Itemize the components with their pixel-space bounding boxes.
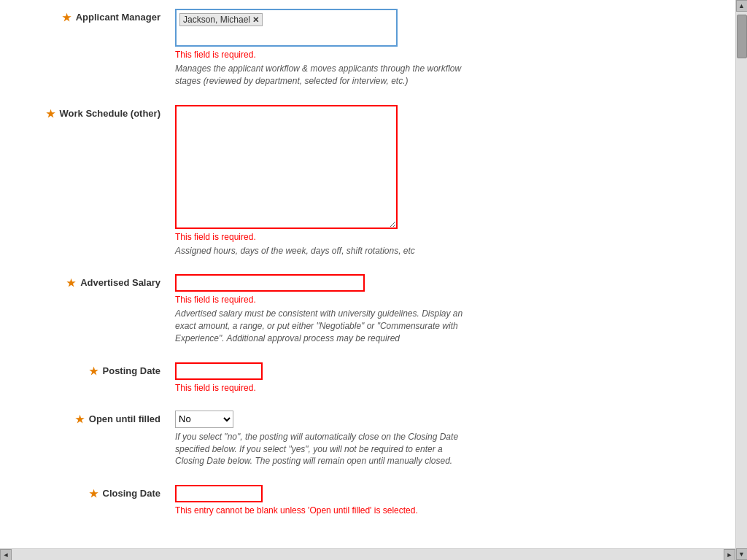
open-until-filled-label-cell: ★ Open until filled <box>15 411 175 425</box>
closing-date-label-cell: ★ Closing Date <box>15 485 175 499</box>
closing-date-row: ★ Closing Date This entry cannot be blan… <box>0 476 724 524</box>
advertised-salary-hint: Advertised salary must be consistent wit… <box>175 308 467 344</box>
advertised-salary-label: Advertised Salary <box>80 277 160 288</box>
posting-date-input[interactable] <box>175 362 263 380</box>
posting-date-row: ★ Posting Date This field is required. <box>0 354 724 402</box>
applicant-manager-input-box[interactable]: Jackson, Michael ✕ <box>175 9 398 47</box>
applicant-manager-error: This field is required. <box>175 50 709 60</box>
applicant-manager-label-cell: ★ Applicant Manager <box>15 9 175 23</box>
closing-date-input[interactable] <box>175 485 263 502</box>
work-schedule-error: This field is required. <box>175 232 709 242</box>
applicant-manager-hint: Manages the applicant workflow & moves a… <box>175 63 467 88</box>
open-until-filled-field-cell: No Yes If you select "no", the posting w… <box>175 411 709 467</box>
open-until-filled-hint: If you select "no", the posting will aut… <box>175 431 467 467</box>
scroll-down-arrow[interactable]: ▼ <box>736 548 748 560</box>
posting-date-label-cell: ★ Posting Date <box>15 362 175 377</box>
required-star-closing-date: ★ <box>89 488 98 499</box>
horizontal-scrollbar[interactable]: ◄ ► <box>0 548 735 560</box>
applicant-manager-tag-remove[interactable]: ✕ <box>252 15 259 25</box>
work-schedule-label: Work Schedule (other) <box>60 108 160 119</box>
open-until-filled-label: Open until filled <box>89 413 160 424</box>
scroll-up-arrow[interactable]: ▲ <box>736 0 748 12</box>
applicant-manager-label: Applicant Manager <box>76 12 160 23</box>
scroll-thumb[interactable] <box>737 15 747 58</box>
applicant-manager-text-input[interactable] <box>266 13 393 28</box>
applicant-manager-field-cell: Jackson, Michael ✕ This field is require… <box>175 9 709 88</box>
work-schedule-label-cell: ★ Work Schedule (other) <box>15 105 175 120</box>
scroll-left-arrow[interactable]: ◄ <box>0 549 12 561</box>
posting-date-error: This field is required. <box>175 383 709 393</box>
advertised-salary-error: This field is required. <box>175 295 709 305</box>
applicant-manager-tag-text: Jackson, Michael <box>183 15 250 25</box>
applicant-manager-tag: Jackson, Michael ✕ <box>179 13 263 26</box>
advertised-salary-input[interactable] <box>175 274 365 292</box>
work-schedule-hint: Assigned hours, days of the week, days o… <box>175 245 467 257</box>
required-star-posting-date: ★ <box>89 365 98 377</box>
vertical-scrollbar[interactable]: ▲ ▼ <box>735 0 747 560</box>
advertised-salary-field-cell: This field is required. Advertised salar… <box>175 274 709 344</box>
applicant-manager-row: ★ Applicant Manager Jackson, Michael ✕ T… <box>0 0 724 96</box>
required-star-open-until-filled: ★ <box>75 413 85 425</box>
work-schedule-row: ★ Work Schedule (other) This field is re… <box>0 96 724 266</box>
closing-date-field-cell: This entry cannot be blank unless 'Open … <box>175 485 709 516</box>
advertised-salary-row: ★ Advertised Salary This field is requir… <box>0 265 724 353</box>
posting-date-label: Posting Date <box>103 365 160 376</box>
closing-date-label: Closing Date <box>103 488 160 499</box>
work-schedule-field-cell: This field is required. Assigned hours, … <box>175 105 709 257</box>
closing-date-error: This entry cannot be blank unless 'Open … <box>175 505 709 516</box>
posting-date-field-cell: This field is required. <box>175 362 709 393</box>
work-schedule-textarea[interactable] <box>175 105 398 229</box>
required-star-work-schedule: ★ <box>46 108 55 120</box>
required-star-applicant-manager: ★ <box>62 12 71 23</box>
required-star-advertised-salary: ★ <box>66 277 76 289</box>
scroll-right-arrow[interactable]: ► <box>724 549 735 561</box>
open-until-filled-select[interactable]: No Yes <box>175 411 233 428</box>
advertised-salary-label-cell: ★ Advertised Salary <box>15 274 175 289</box>
open-until-filled-row: ★ Open until filled No Yes If you select… <box>0 402 724 476</box>
